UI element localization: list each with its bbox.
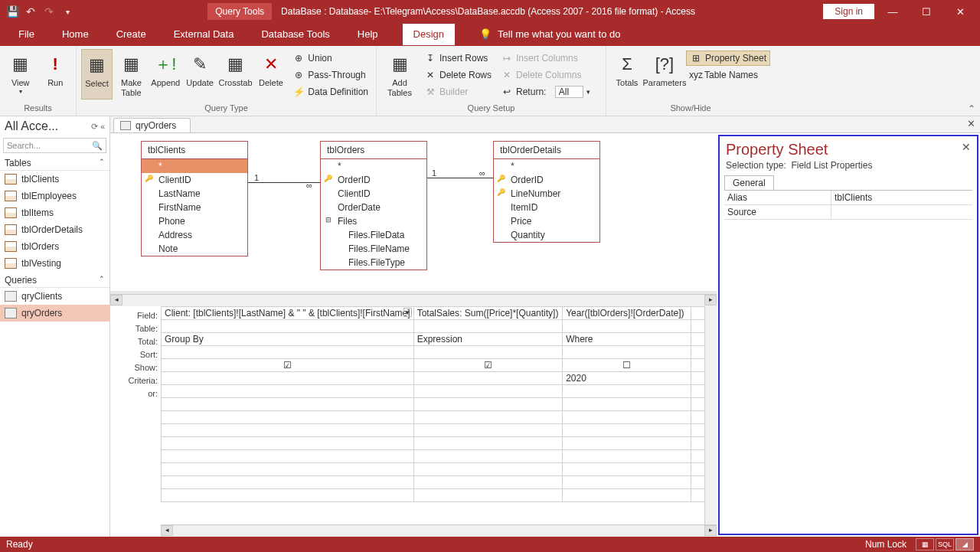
grid-cell[interactable] (162, 411, 414, 424)
return-select[interactable]: All (555, 86, 583, 98)
grid-cell[interactable] (563, 437, 691, 450)
nav-group-tables[interactable]: Tables⌃ (0, 155, 109, 171)
add-tables-button[interactable]: ▦Add Tables (381, 49, 418, 100)
grid-cell[interactable] (413, 398, 563, 411)
grid-cell[interactable]: TotalSales: Sum([Price]*[Quantity]) (413, 307, 563, 320)
delete-button[interactable]: ✕Delete (256, 49, 287, 100)
nav-table-tblorders[interactable]: tblOrders (0, 238, 109, 255)
nav-table-tblvesting[interactable]: tblVesting (0, 255, 109, 272)
grid-cell[interactable] (413, 372, 563, 385)
scroll-right-icon[interactable]: ▸ (704, 295, 717, 305)
update-button[interactable]: ✎Update (185, 49, 216, 100)
maximize-button[interactable]: ☐ (911, 1, 942, 22)
field-lastname[interactable]: LastName (142, 187, 247, 201)
grid-cell[interactable] (162, 372, 414, 385)
table-tblorders[interactable]: tblOrders*OrderIDClientIDOrderDateFilesF… (320, 141, 427, 270)
field-price[interactable]: Price (494, 214, 599, 228)
nav-table-tblclients[interactable]: tblClients (0, 171, 109, 188)
field-note[interactable]: Note (142, 242, 247, 256)
datadef-button[interactable]: ⚡Data Definition (289, 84, 371, 100)
append-button[interactable]: ＋!Append (150, 49, 181, 100)
field-files[interactable]: Files (321, 214, 426, 228)
insert-rows-button[interactable]: ↧Insert Rows (421, 51, 495, 66)
qat-customize-icon[interactable]: ▾ (61, 5, 74, 18)
grid-cell[interactable] (563, 320, 691, 333)
scroll-right-icon[interactable]: ▸ (704, 525, 717, 536)
nav-table-tblitems[interactable]: tblItems (0, 204, 109, 221)
grid-cell[interactable] (413, 450, 563, 463)
field--[interactable]: * (494, 159, 599, 173)
make-table-button[interactable]: ▦Make Table (116, 49, 147, 100)
nav-group-queries[interactable]: Queries⌃ (0, 272, 109, 288)
grid-cell[interactable] (563, 463, 691, 476)
passthrough-button[interactable]: ⊛Pass-Through (289, 67, 371, 83)
field-linenumber[interactable]: LineNumber (494, 187, 599, 201)
union-button[interactable]: ⊕Union (289, 51, 371, 66)
grid-vscroll[interactable] (704, 306, 717, 524)
nav-search[interactable]: Search...🔍 (3, 138, 106, 153)
grid-cell[interactable]: 2020 (563, 372, 691, 385)
field-files-filedata[interactable]: Files.FileData (321, 228, 426, 242)
field-itemid[interactable]: ItemID (494, 201, 599, 214)
grid-cell[interactable] (413, 385, 563, 398)
field-files-filename[interactable]: Files.FileName (321, 242, 426, 256)
tab-help[interactable]: Help (354, 24, 381, 45)
grid-cell[interactable] (162, 489, 414, 502)
grid-cell[interactable] (162, 476, 414, 489)
grid-cell[interactable]: Where (563, 333, 691, 346)
grid-cell[interactable] (162, 398, 414, 411)
grid-cell[interactable] (162, 437, 414, 450)
grid-cell[interactable] (162, 346, 414, 359)
field--[interactable]: * (142, 159, 247, 173)
grid-cell[interactable]: Client: [tblClients]![LastName] & " " & … (162, 307, 414, 320)
field--[interactable]: * (321, 159, 426, 173)
totals-button[interactable]: ΣTotals (611, 49, 643, 100)
view-datasheet-button[interactable]: ▦ (916, 538, 934, 550)
tell-me-search[interactable]: 💡 Tell me what you want to do (476, 24, 623, 45)
nav-table-tblorderdetails[interactable]: tblOrderDetails (0, 221, 109, 238)
nav-header[interactable]: All Acce... ⟳ « (0, 116, 109, 136)
redo-icon[interactable]: ↷ (43, 5, 55, 18)
grid-cell[interactable] (413, 411, 563, 424)
grid-hscroll[interactable]: ◂▸ (161, 524, 717, 537)
grid-cell[interactable] (162, 450, 414, 463)
grid-cell[interactable]: ☑ (162, 359, 414, 372)
tab-create[interactable]: Create (113, 24, 149, 45)
signin-button[interactable]: Sign in (823, 4, 874, 19)
grid-cell[interactable] (162, 385, 414, 398)
field-address[interactable]: Address (142, 228, 247, 242)
grid-cell[interactable] (413, 489, 563, 502)
minimize-button[interactable]: — (877, 1, 908, 22)
nav-collapse-icon[interactable]: « (100, 122, 105, 131)
view-sql-button[interactable]: SQL (936, 538, 954, 550)
grid-table[interactable]: Client: [tblClients]![LastName] & " " & … (161, 306, 717, 537)
grid-cell[interactable] (563, 411, 691, 424)
scroll-left-icon[interactable]: ◂ (161, 525, 173, 536)
run-button[interactable]: !Run (40, 49, 72, 100)
grid-cell[interactable]: Expression (413, 333, 563, 346)
nav-refresh-icon[interactable]: ⟳ (91, 122, 98, 131)
grid-cell[interactable] (563, 450, 691, 463)
field-files-filetype[interactable]: Files.FileType (321, 256, 426, 269)
grid-cell[interactable] (563, 385, 691, 398)
grid-cell[interactable]: ☑ (413, 359, 563, 372)
return-row[interactable]: ↩Return: All▾ (498, 84, 593, 100)
field-clientid[interactable]: ClientID (321, 187, 426, 201)
grid-cell[interactable] (563, 424, 691, 437)
property-sheet-button[interactable]: ⊞Property Sheet (686, 51, 770, 66)
nav-query-qryclients[interactable]: qryClients (0, 288, 109, 305)
table-header[interactable]: tblOrders (321, 142, 426, 159)
property-sheet-close-icon[interactable]: ✕ (962, 141, 971, 153)
grid-cell[interactable] (162, 424, 414, 437)
nav-query-qryorders[interactable]: qryOrders (0, 305, 109, 322)
scroll-left-icon[interactable]: ◂ (110, 295, 122, 305)
field-phone[interactable]: Phone (142, 214, 247, 228)
property-tab-general[interactable]: General (724, 175, 774, 190)
tab-database-tools[interactable]: Database Tools (258, 24, 332, 45)
field-orderid[interactable]: OrderID (494, 173, 599, 187)
select-button[interactable]: ▦Select (81, 49, 113, 100)
grid-cell[interactable] (413, 463, 563, 476)
parameters-button[interactable]: [?]Parameters (646, 49, 683, 100)
chevron-down-icon[interactable]: ▾ (403, 308, 412, 317)
grid-cell[interactable] (413, 437, 563, 450)
